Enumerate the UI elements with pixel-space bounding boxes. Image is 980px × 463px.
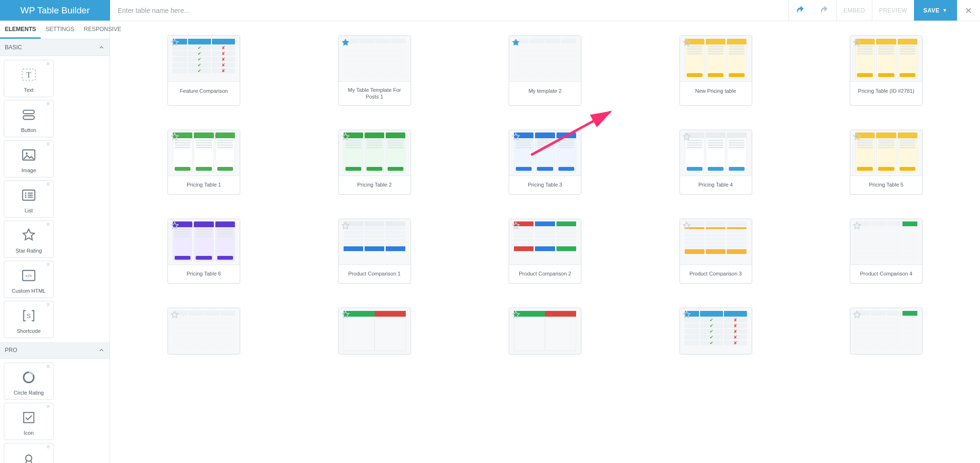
template-thumbnail <box>850 36 922 82</box>
table-name-input[interactable] <box>118 3 256 18</box>
section-pro-header[interactable]: PRO <box>0 342 110 359</box>
close-button[interactable] <box>957 0 980 21</box>
favorite-toggle[interactable] <box>682 221 691 231</box>
template-thumbnail <box>509 36 581 82</box>
svg-text:</>: </> <box>25 273 32 278</box>
close-icon <box>965 7 972 14</box>
star-icon <box>170 221 179 230</box>
drag-handle-icon: ≡ <box>46 365 50 368</box>
template-card[interactable]: Pricing Table 1 <box>167 130 240 195</box>
embed-button[interactable]: EMBED <box>837 0 872 21</box>
favorite-toggle[interactable] <box>682 310 691 320</box>
element-list[interactable]: ≡ List <box>4 180 54 218</box>
star-icon <box>170 38 179 47</box>
template-card[interactable]: Pricing Table (ID #2781) <box>850 35 923 106</box>
favorite-toggle[interactable] <box>852 38 862 47</box>
favorite-toggle[interactable] <box>170 310 179 320</box>
favorite-toggle[interactable] <box>170 221 179 231</box>
undo-icon <box>795 5 806 16</box>
star-icon <box>682 38 691 47</box>
template-label: Pricing Table 2 <box>339 176 411 194</box>
favorite-toggle[interactable] <box>852 221 862 231</box>
template-thumbnail <box>509 130 581 176</box>
template-thumbnail <box>168 130 240 176</box>
circle-rating-icon <box>20 369 37 386</box>
template-card[interactable] <box>850 308 923 354</box>
template-card[interactable]: My Table Template For Posts 1 <box>338 35 411 106</box>
drag-handle-icon: ≡ <box>46 62 50 65</box>
star-icon <box>682 132 691 141</box>
svg-point-9 <box>25 194 26 196</box>
sidebar: ELEMENTS SETTINGS RESPONSIVE BASIC ≡ T T… <box>0 21 110 463</box>
template-card[interactable]: Product Comparison 3 <box>679 219 752 284</box>
element-ribbon[interactable]: ≡ <box>4 443 54 463</box>
template-card[interactable]: New Pricing table <box>679 35 752 106</box>
template-card[interactable]: Pricing Table 4 <box>679 130 752 195</box>
favorite-toggle[interactable] <box>682 38 691 47</box>
favorite-toggle[interactable] <box>170 132 179 142</box>
tab-elements[interactable]: ELEMENTS <box>0 21 41 39</box>
template-card[interactable]: Product Comparison 4 <box>850 219 923 284</box>
element-custom-html[interactable]: ≡ </> Custom HTML <box>4 261 54 298</box>
tab-settings[interactable]: SETTINGS <box>41 21 79 39</box>
favorite-toggle[interactable] <box>341 221 350 231</box>
element-shortcode[interactable]: ≡ S Shortcode <box>4 301 54 338</box>
section-basic-header[interactable]: BASIC <box>0 39 110 56</box>
element-text[interactable]: ≡ T Text <box>4 60 54 97</box>
element-circle-rating[interactable]: ≡ Circle Rating <box>4 363 54 400</box>
drag-handle-icon: ≡ <box>46 223 50 226</box>
template-thumbnail <box>339 36 411 82</box>
favorite-toggle[interactable] <box>511 132 521 142</box>
favorite-toggle[interactable] <box>170 38 179 47</box>
chevron-up-icon <box>98 347 105 353</box>
favorite-toggle[interactable] <box>852 310 862 320</box>
favorite-toggle[interactable] <box>341 132 350 142</box>
template-thumbnail <box>850 130 922 176</box>
template-card[interactable] <box>338 308 411 354</box>
favorite-toggle[interactable] <box>341 310 350 320</box>
template-label: Product Comparison 2 <box>509 265 581 283</box>
template-card[interactable]: ✔✘✔✘✔✘✔✘✔✘Feature Comparison <box>167 35 240 106</box>
element-star-rating[interactable]: ≡ Star Rating <box>4 220 54 258</box>
image-icon <box>20 146 37 164</box>
save-button[interactable]: SAVE▼ <box>914 0 957 21</box>
favorite-toggle[interactable] <box>852 132 862 142</box>
template-thumbnail <box>339 130 411 176</box>
redo-button[interactable] <box>813 0 836 21</box>
favorite-toggle[interactable] <box>511 221 521 231</box>
template-card[interactable]: Product Comparison 1 <box>338 219 411 284</box>
template-card[interactable]: My template 2 <box>509 35 581 106</box>
svg-point-7 <box>25 192 26 194</box>
element-icon[interactable]: ≡ Icon <box>4 403 54 440</box>
svg-rect-2 <box>23 110 34 113</box>
template-card[interactable]: ✔✘✔✘✔✘✔✘✔✘ <box>679 308 752 354</box>
star-icon <box>853 221 861 230</box>
template-label: Pricing Table 1 <box>168 176 240 194</box>
favorite-toggle[interactable] <box>511 38 521 47</box>
ribbon-icon <box>20 452 37 463</box>
basic-elements: ≡ T Text ≡ Button ≡ Image ≡ List <box>0 56 110 342</box>
star-icon <box>170 132 179 141</box>
template-label: Product Comparison 1 <box>339 265 411 283</box>
template-card[interactable] <box>509 308 581 354</box>
template-card[interactable]: Pricing Table 5 <box>850 130 923 195</box>
favorite-toggle[interactable] <box>511 310 521 320</box>
template-card[interactable] <box>167 308 240 354</box>
preview-button[interactable]: PREVIEW <box>872 0 914 21</box>
favorite-toggle[interactable] <box>682 132 691 142</box>
element-image[interactable]: ≡ Image <box>4 140 54 177</box>
undo-button[interactable] <box>789 0 813 21</box>
svg-point-5 <box>26 153 28 154</box>
template-card[interactable]: Pricing Table 3 <box>509 130 581 195</box>
star-icon <box>682 221 691 230</box>
list-icon <box>20 187 37 204</box>
template-card[interactable]: Pricing Table 2 <box>338 130 411 195</box>
svg-rect-17 <box>23 412 33 422</box>
template-thumbnail <box>680 36 752 82</box>
element-button[interactable]: ≡ Button <box>4 100 54 137</box>
template-card[interactable]: Pricing Table 6 <box>167 219 240 284</box>
favorite-toggle[interactable] <box>341 38 350 47</box>
drag-handle-icon: ≡ <box>46 183 50 186</box>
template-thumbnail <box>850 219 922 265</box>
template-card[interactable]: Product Comparison 2 <box>509 219 581 284</box>
